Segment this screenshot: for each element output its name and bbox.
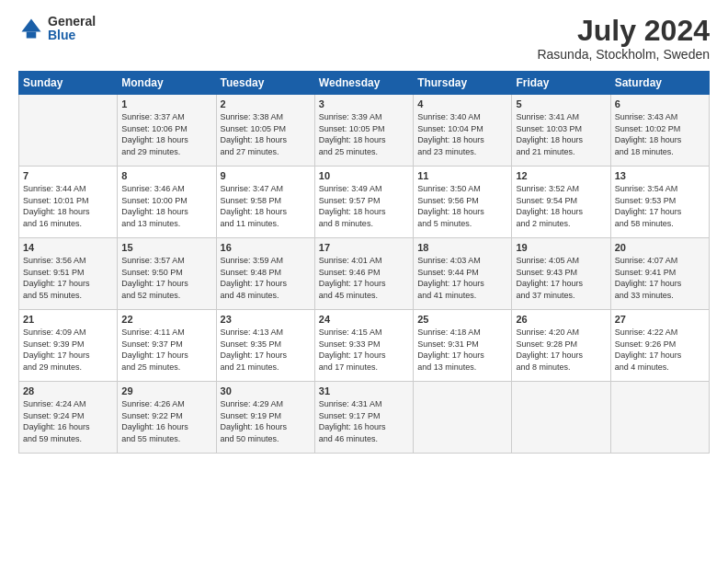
day-cell: 25Sunrise: 4:18 AMSunset: 9:31 PMDayligh… (414, 310, 512, 382)
day-info: Sunrise: 4:09 AMSunset: 9:39 PMDaylight:… (23, 327, 113, 373)
day-cell: 13Sunrise: 3:54 AMSunset: 9:53 PMDayligh… (610, 167, 709, 238)
svg-marker-0 (22, 19, 41, 32)
day-number: 7 (23, 170, 113, 181)
day-cell: 6Sunrise: 3:43 AMSunset: 10:02 PMDayligh… (610, 95, 709, 167)
day-info: Sunrise: 3:57 AMSunset: 9:50 PMDaylight:… (121, 255, 211, 301)
day-info: Sunrise: 3:54 AMSunset: 9:53 PMDaylight:… (615, 183, 705, 229)
day-number: 26 (516, 314, 606, 325)
calendar-header: Sunday Monday Tuesday Wednesday Thursday… (19, 72, 710, 95)
day-info: Sunrise: 4:18 AMSunset: 9:31 PMDaylight:… (417, 327, 507, 373)
header-row: Sunday Monday Tuesday Wednesday Thursday… (19, 72, 710, 95)
day-cell (19, 95, 118, 167)
day-cell: 2Sunrise: 3:38 AMSunset: 10:05 PMDayligh… (216, 95, 314, 167)
day-info: Sunrise: 3:49 AMSunset: 9:57 PMDaylight:… (319, 183, 409, 229)
day-number: 9 (221, 170, 311, 181)
day-number: 21 (23, 314, 113, 325)
day-number: 3 (319, 98, 409, 109)
day-info: Sunrise: 4:20 AMSunset: 9:28 PMDaylight:… (516, 327, 606, 373)
day-info: Sunrise: 4:11 AMSunset: 9:37 PMDaylight:… (121, 327, 211, 373)
day-number: 13 (615, 170, 705, 181)
header: General Blue July 2024 Rasunda, Stockhol… (18, 15, 710, 62)
day-info: Sunrise: 3:37 AMSunset: 10:06 PMDaylight… (121, 111, 211, 157)
day-number: 12 (516, 170, 606, 181)
day-cell: 23Sunrise: 4:13 AMSunset: 9:35 PMDayligh… (216, 310, 314, 382)
day-number: 27 (615, 314, 705, 325)
day-number: 4 (417, 98, 507, 109)
day-number: 20 (615, 242, 705, 253)
logo: General Blue (18, 15, 96, 43)
day-cell: 26Sunrise: 4:20 AMSunset: 9:28 PMDayligh… (512, 310, 610, 382)
day-info: Sunrise: 3:38 AMSunset: 10:05 PMDaylight… (221, 111, 311, 157)
day-cell: 19Sunrise: 4:05 AMSunset: 9:43 PMDayligh… (512, 238, 610, 310)
day-number: 25 (417, 314, 507, 325)
day-cell: 5Sunrise: 3:41 AMSunset: 10:03 PMDayligh… (512, 95, 610, 167)
day-number: 1 (121, 98, 211, 109)
day-cell: 24Sunrise: 4:15 AMSunset: 9:33 PMDayligh… (314, 310, 413, 382)
day-number: 23 (221, 314, 311, 325)
day-info: Sunrise: 4:22 AMSunset: 9:26 PMDaylight:… (615, 327, 705, 373)
day-info: Sunrise: 3:47 AMSunset: 9:58 PMDaylight:… (221, 183, 311, 229)
day-cell: 21Sunrise: 4:09 AMSunset: 9:39 PMDayligh… (19, 310, 118, 382)
day-cell: 3Sunrise: 3:39 AMSunset: 10:05 PMDayligh… (314, 95, 413, 167)
title-block: July 2024 Rasunda, Stockholm, Sweden (537, 15, 710, 62)
day-cell: 30Sunrise: 4:29 AMSunset: 9:19 PMDayligh… (216, 382, 314, 454)
day-cell: 9Sunrise: 3:47 AMSunset: 9:58 PMDaylight… (216, 167, 314, 238)
day-cell: 29Sunrise: 4:26 AMSunset: 9:22 PMDayligh… (118, 382, 216, 454)
day-cell (414, 382, 512, 454)
day-info: Sunrise: 4:31 AMSunset: 9:17 PMDaylight:… (319, 398, 409, 444)
day-number: 19 (516, 242, 606, 253)
day-cell: 31Sunrise: 4:31 AMSunset: 9:17 PMDayligh… (314, 382, 413, 454)
day-info: Sunrise: 3:50 AMSunset: 9:56 PMDaylight:… (417, 183, 507, 229)
logo-general-text: General (48, 15, 96, 29)
week-row-0: 1Sunrise: 3:37 AMSunset: 10:06 PMDayligh… (19, 95, 710, 167)
day-info: Sunrise: 3:41 AMSunset: 10:03 PMDaylight… (516, 111, 606, 157)
day-number: 15 (121, 242, 211, 253)
col-sunday: Sunday (19, 72, 118, 95)
day-cell: 11Sunrise: 3:50 AMSunset: 9:56 PMDayligh… (414, 167, 512, 238)
day-number: 31 (319, 385, 409, 396)
day-cell: 17Sunrise: 4:01 AMSunset: 9:46 PMDayligh… (314, 238, 413, 310)
day-cell (512, 382, 610, 454)
day-number: 11 (417, 170, 507, 181)
day-info: Sunrise: 3:46 AMSunset: 10:00 PMDaylight… (121, 183, 211, 229)
day-cell: 12Sunrise: 3:52 AMSunset: 9:54 PMDayligh… (512, 167, 610, 238)
day-number: 17 (319, 242, 409, 253)
page: General Blue July 2024 Rasunda, Stockhol… (0, 0, 728, 563)
col-saturday: Saturday (610, 72, 709, 95)
day-number: 24 (319, 314, 409, 325)
day-cell: 10Sunrise: 3:49 AMSunset: 9:57 PMDayligh… (314, 167, 413, 238)
day-cell: 16Sunrise: 3:59 AMSunset: 9:48 PMDayligh… (216, 238, 314, 310)
day-cell: 1Sunrise: 3:37 AMSunset: 10:06 PMDayligh… (118, 95, 216, 167)
day-cell: 8Sunrise: 3:46 AMSunset: 10:00 PMDayligh… (118, 167, 216, 238)
day-cell: 22Sunrise: 4:11 AMSunset: 9:37 PMDayligh… (118, 310, 216, 382)
day-info: Sunrise: 3:39 AMSunset: 10:05 PMDaylight… (319, 111, 409, 157)
day-number: 10 (319, 170, 409, 181)
day-number: 22 (121, 314, 211, 325)
day-info: Sunrise: 4:15 AMSunset: 9:33 PMDaylight:… (319, 327, 409, 373)
col-friday: Friday (512, 72, 610, 95)
day-number: 29 (121, 385, 211, 396)
day-cell: 7Sunrise: 3:44 AMSunset: 10:01 PMDayligh… (19, 167, 118, 238)
day-cell (610, 382, 709, 454)
day-info: Sunrise: 4:26 AMSunset: 9:22 PMDaylight:… (121, 398, 211, 444)
day-cell: 18Sunrise: 4:03 AMSunset: 9:44 PMDayligh… (414, 238, 512, 310)
day-number: 14 (23, 242, 113, 253)
day-cell: 14Sunrise: 3:56 AMSunset: 9:51 PMDayligh… (19, 238, 118, 310)
day-cell: 28Sunrise: 4:24 AMSunset: 9:24 PMDayligh… (19, 382, 118, 454)
day-number: 5 (516, 98, 606, 109)
day-number: 18 (417, 242, 507, 253)
col-tuesday: Tuesday (216, 72, 314, 95)
week-row-2: 14Sunrise: 3:56 AMSunset: 9:51 PMDayligh… (19, 238, 710, 310)
logo-text: General Blue (48, 15, 96, 43)
day-info: Sunrise: 4:05 AMSunset: 9:43 PMDaylight:… (516, 255, 606, 301)
month-title: July 2024 (537, 15, 710, 47)
day-number: 16 (221, 242, 311, 253)
day-info: Sunrise: 4:24 AMSunset: 9:24 PMDaylight:… (23, 398, 113, 444)
day-info: Sunrise: 3:44 AMSunset: 10:01 PMDaylight… (23, 183, 113, 229)
day-info: Sunrise: 3:56 AMSunset: 9:51 PMDaylight:… (23, 255, 113, 301)
svg-rect-1 (27, 32, 37, 39)
day-cell: 20Sunrise: 4:07 AMSunset: 9:41 PMDayligh… (610, 238, 709, 310)
col-thursday: Thursday (414, 72, 512, 95)
day-cell: 4Sunrise: 3:40 AMSunset: 10:04 PMDayligh… (414, 95, 512, 167)
day-number: 8 (121, 170, 211, 181)
